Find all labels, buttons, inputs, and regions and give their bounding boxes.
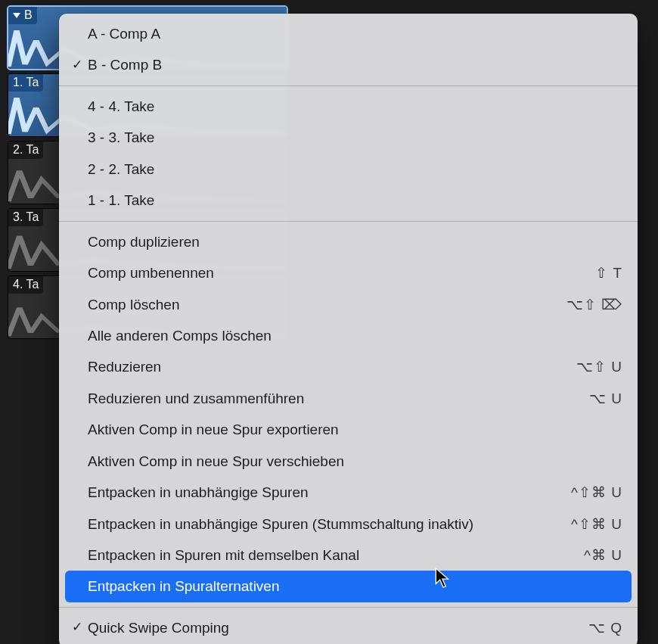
menu-item-label: Reduzieren und zusammenführen	[88, 387, 580, 409]
menu-item-shortcut: ⌥ Q	[579, 617, 622, 639]
menu-item-label: Alle anderen Comps löschen	[88, 325, 622, 347]
menu-item-quick-swipe-comping[interactable]: ✓ Quick Swipe Comping ⌥ Q	[59, 612, 638, 643]
region-label: 4. Ta	[13, 278, 39, 291]
menu-item-unpack-new-tracks[interactable]: Entpacken in unabhängige Spuren ^⇧⌘ U	[59, 477, 638, 508]
menu-item-shortcut: ⌥⇧ U	[567, 356, 622, 378]
menu-item-duplicate-comp[interactable]: Comp duplizieren	[59, 226, 638, 257]
menu-item-label: Comp löschen	[88, 294, 557, 316]
menu-item-take-2[interactable]: 2 - 2. Take	[59, 154, 638, 185]
menu-item-unpack-new-tracks-mute-off[interactable]: Entpacken in unabhängige Spuren (Stummsc…	[59, 509, 638, 540]
menu-item-label: Quick Swipe Comping	[88, 617, 579, 639]
menu-item-delete-comp[interactable]: Comp löschen ⌥⇧ ⌦	[59, 289, 638, 320]
menu-item-flatten-merge[interactable]: Reduzieren und zusammenführen ⌥ U	[59, 383, 638, 414]
menu-item-label: 1 - 1. Take	[88, 189, 622, 211]
menu-item-label: Comp duplizieren	[88, 231, 622, 253]
menu-item-label: Entpacken in Spuren mit demselben Kanal	[88, 544, 575, 566]
menu-item-take-1[interactable]: 1 - 1. Take	[59, 185, 638, 216]
checkmark-icon: ✓	[67, 618, 88, 637]
menu-item-label: 2 - 2. Take	[88, 158, 622, 180]
menu-item-label: Aktiven Comp in neue Spur exportieren	[88, 418, 622, 440]
menu-item-shortcut: ^⇧⌘ U	[562, 481, 622, 503]
menu-item-label: Aktiven Comp in neue Spur verschieben	[88, 450, 622, 472]
menu-separator	[59, 86, 638, 86]
menu-item-shortcut: ⌥⇧ ⌦	[557, 294, 622, 316]
menu-item-take-3[interactable]: 3 - 3. Take	[59, 122, 638, 153]
menu-item-move-active-comp[interactable]: Aktiven Comp in neue Spur verschieben	[59, 446, 638, 477]
menu-separator	[59, 607, 638, 608]
menu-item-label: Entpacken in unabhängige Spuren (Stummsc…	[88, 513, 562, 535]
menu-item-label: 3 - 3. Take	[88, 126, 622, 148]
disclosure-triangle-icon[interactable]	[13, 13, 20, 18]
menu-item-shortcut: ⇧ T	[586, 262, 622, 284]
menu-item-comp-b[interactable]: ✓ B - Comp B	[59, 49, 638, 80]
menu-item-label: Entpacken in unabhängige Spuren	[88, 481, 562, 503]
menu-item-label: 4 - 4. Take	[88, 95, 622, 117]
menu-item-shortcut: ^⌘ U	[575, 544, 622, 566]
menu-item-label: Comp umbenennen	[88, 262, 586, 284]
menu-item-delete-other-comps[interactable]: Alle anderen Comps löschen	[59, 320, 638, 351]
menu-item-shortcut: ⌥ U	[580, 387, 622, 409]
region-label: B	[24, 8, 33, 22]
checkmark-icon: ✓	[67, 55, 88, 75]
take-folder-context-menu[interactable]: A - Comp A ✓ B - Comp B 4 - 4. Take 3 - …	[59, 14, 638, 644]
menu-item-shortcut: ^⇧⌘ U	[562, 513, 622, 535]
menu-item-export-active-comp[interactable]: Aktiven Comp in neue Spur exportieren	[59, 414, 638, 445]
menu-item-flatten[interactable]: Reduzieren ⌥⇧ U	[59, 351, 638, 382]
menu-item-label: Entpacken in Spuralternativen	[88, 575, 622, 597]
menu-item-label: Reduzieren	[88, 356, 567, 378]
menu-item-label: A - Comp A	[88, 23, 622, 45]
menu-item-comp-a[interactable]: A - Comp A	[59, 18, 638, 49]
menu-item-unpack-track-alternatives[interactable]: Entpacken in Spuralternativen	[65, 571, 632, 602]
menu-separator	[59, 221, 638, 222]
menu-item-label: B - Comp B	[88, 54, 622, 76]
region-label: 2. Ta	[13, 143, 39, 157]
menu-item-unpack-same-channel[interactable]: Entpacken in Spuren mit demselben Kanal …	[59, 540, 638, 571]
menu-item-rename-comp[interactable]: Comp umbenennen ⇧ T	[59, 257, 638, 288]
menu-item-take-4[interactable]: 4 - 4. Take	[59, 91, 638, 122]
region-label: 3. Ta	[13, 210, 39, 224]
region-label: 1. Ta	[13, 76, 39, 89]
